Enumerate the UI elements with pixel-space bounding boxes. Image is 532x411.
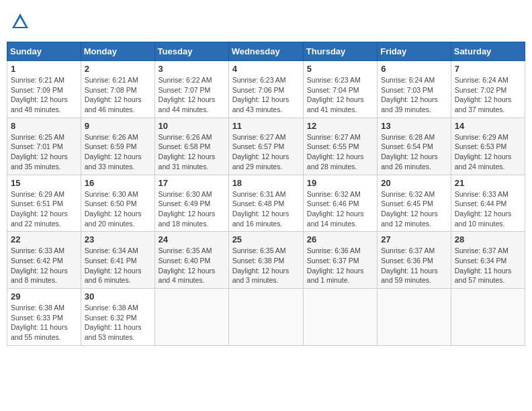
calendar-cell: 10Sunrise: 6:26 AMSunset: 6:58 PMDayligh…	[154, 118, 228, 175]
day-number: 12	[307, 121, 373, 131]
calendar-cell: 9Sunrise: 6:26 AMSunset: 6:59 PMDaylight…	[81, 118, 154, 175]
day-number: 5	[307, 64, 373, 74]
calendar-cell: 30Sunrise: 6:38 AMSunset: 6:32 PMDayligh…	[81, 289, 154, 346]
day-detail: Sunrise: 6:33 AMSunset: 6:42 PMDaylight:…	[11, 246, 77, 285]
calendar-cell: 1Sunrise: 6:21 AMSunset: 7:09 PMDaylight…	[7, 61, 81, 118]
day-detail: Sunrise: 6:23 AMSunset: 7:06 PMDaylight:…	[232, 75, 300, 115]
day-number: 16	[85, 178, 151, 188]
day-detail: Sunrise: 6:29 AMSunset: 6:51 PMDaylight:…	[11, 189, 77, 229]
day-number: 18	[232, 178, 300, 188]
day-detail: Sunrise: 6:34 AMSunset: 6:41 PMDaylight:…	[85, 246, 151, 285]
calendar-cell: 17Sunrise: 6:30 AMSunset: 6:49 PMDayligh…	[154, 175, 228, 232]
day-number: 25	[232, 234, 300, 244]
day-detail: Sunrise: 6:24 AMSunset: 7:02 PMDaylight:…	[455, 75, 521, 115]
day-number: 15	[11, 178, 77, 188]
weekday-row: SundayMondayTuesdayWednesdayThursdayFrid…	[7, 42, 525, 61]
calendar-cell	[154, 289, 228, 346]
logo-icon	[11, 12, 30, 31]
calendar-cell: 24Sunrise: 6:35 AMSunset: 6:40 PMDayligh…	[154, 232, 228, 289]
calendar-cell: 3Sunrise: 6:22 AMSunset: 7:07 PMDaylight…	[154, 61, 228, 118]
day-number: 19	[307, 178, 373, 188]
weekday-header: Saturday	[451, 42, 525, 61]
day-detail: Sunrise: 6:29 AMSunset: 6:53 PMDaylight:…	[455, 132, 521, 172]
day-number: 24	[159, 234, 225, 244]
day-number: 14	[455, 121, 521, 131]
weekday-header: Thursday	[303, 42, 377, 61]
day-number: 23	[85, 234, 151, 244]
day-detail: Sunrise: 6:35 AMSunset: 6:38 PMDaylight:…	[232, 246, 300, 285]
calendar-cell: 16Sunrise: 6:30 AMSunset: 6:50 PMDayligh…	[81, 175, 154, 232]
calendar-cell: 11Sunrise: 6:27 AMSunset: 6:57 PMDayligh…	[228, 118, 303, 175]
day-number: 26	[307, 234, 373, 244]
calendar-cell: 23Sunrise: 6:34 AMSunset: 6:41 PMDayligh…	[81, 232, 154, 289]
weekday-header: Tuesday	[154, 42, 228, 61]
calendar-cell: 18Sunrise: 6:31 AMSunset: 6:48 PMDayligh…	[228, 175, 303, 232]
day-number: 8	[11, 121, 77, 131]
calendar-cell: 14Sunrise: 6:29 AMSunset: 6:53 PMDayligh…	[451, 118, 525, 175]
day-detail: Sunrise: 6:35 AMSunset: 6:40 PMDaylight:…	[159, 246, 225, 285]
calendar-cell: 15Sunrise: 6:29 AMSunset: 6:51 PMDayligh…	[7, 175, 81, 232]
calendar-cell: 29Sunrise: 6:38 AMSunset: 6:33 PMDayligh…	[7, 289, 81, 346]
day-number: 10	[159, 121, 225, 131]
calendar-cell: 27Sunrise: 6:37 AMSunset: 6:36 PMDayligh…	[378, 232, 451, 289]
weekday-header: Sunday	[7, 42, 81, 61]
day-detail: Sunrise: 6:33 AMSunset: 6:44 PMDaylight:…	[455, 189, 521, 229]
day-number: 2	[85, 64, 151, 74]
calendar-cell: 26Sunrise: 6:36 AMSunset: 6:37 PMDayligh…	[303, 232, 377, 289]
calendar-cell: 2Sunrise: 6:21 AMSunset: 7:08 PMDaylight…	[81, 61, 154, 118]
day-detail: Sunrise: 6:32 AMSunset: 6:45 PMDaylight:…	[381, 189, 447, 229]
calendar-week-row: 22Sunrise: 6:33 AMSunset: 6:42 PMDayligh…	[7, 232, 525, 289]
day-detail: Sunrise: 6:30 AMSunset: 6:49 PMDaylight:…	[159, 189, 225, 229]
calendar-cell: 12Sunrise: 6:27 AMSunset: 6:55 PMDayligh…	[303, 118, 377, 175]
day-detail: Sunrise: 6:27 AMSunset: 6:57 PMDaylight:…	[232, 132, 300, 172]
day-detail: Sunrise: 6:30 AMSunset: 6:50 PMDaylight:…	[85, 189, 151, 229]
calendar-cell: 28Sunrise: 6:37 AMSunset: 6:34 PMDayligh…	[451, 232, 525, 289]
calendar-cell: 7Sunrise: 6:24 AMSunset: 7:02 PMDaylight…	[451, 61, 525, 118]
calendar-cell: 21Sunrise: 6:33 AMSunset: 6:44 PMDayligh…	[451, 175, 525, 232]
day-number: 6	[381, 64, 447, 74]
calendar-week-row: 15Sunrise: 6:29 AMSunset: 6:51 PMDayligh…	[7, 175, 525, 232]
day-number: 17	[159, 178, 225, 188]
day-number: 3	[159, 64, 225, 74]
calendar-cell: 13Sunrise: 6:28 AMSunset: 6:54 PMDayligh…	[378, 118, 451, 175]
calendar-cell: 19Sunrise: 6:32 AMSunset: 6:46 PMDayligh…	[303, 175, 377, 232]
day-number: 29	[11, 291, 77, 302]
day-detail: Sunrise: 6:21 AMSunset: 7:08 PMDaylight:…	[85, 75, 151, 115]
day-detail: Sunrise: 6:24 AMSunset: 7:03 PMDaylight:…	[381, 75, 447, 115]
day-detail: Sunrise: 6:37 AMSunset: 6:34 PMDaylight:…	[455, 246, 521, 285]
calendar-cell: 5Sunrise: 6:23 AMSunset: 7:04 PMDaylight…	[303, 61, 377, 118]
day-number: 21	[455, 178, 521, 188]
day-detail: Sunrise: 6:21 AMSunset: 7:09 PMDaylight:…	[11, 75, 77, 115]
calendar-header: SundayMondayTuesdayWednesdayThursdayFrid…	[7, 42, 525, 61]
day-number: 30	[85, 291, 151, 302]
calendar-week-row: 8Sunrise: 6:25 AMSunset: 7:01 PMDaylight…	[7, 118, 525, 175]
day-number: 22	[11, 234, 77, 244]
calendar-week-row: 1Sunrise: 6:21 AMSunset: 7:09 PMDaylight…	[7, 61, 525, 118]
calendar-week-row: 29Sunrise: 6:38 AMSunset: 6:33 PMDayligh…	[7, 289, 525, 346]
calendar-cell	[228, 289, 303, 346]
calendar-cell: 20Sunrise: 6:32 AMSunset: 6:45 PMDayligh…	[378, 175, 451, 232]
day-detail: Sunrise: 6:38 AMSunset: 6:32 PMDaylight:…	[85, 303, 151, 342]
day-detail: Sunrise: 6:26 AMSunset: 6:58 PMDaylight:…	[159, 132, 225, 172]
calendar-cell: 25Sunrise: 6:35 AMSunset: 6:38 PMDayligh…	[228, 232, 303, 289]
day-detail: Sunrise: 6:31 AMSunset: 6:48 PMDaylight:…	[232, 189, 300, 229]
calendar-cell: 6Sunrise: 6:24 AMSunset: 7:03 PMDaylight…	[378, 61, 451, 118]
day-number: 13	[381, 121, 447, 131]
day-detail: Sunrise: 6:25 AMSunset: 7:01 PMDaylight:…	[11, 132, 77, 172]
day-detail: Sunrise: 6:22 AMSunset: 7:07 PMDaylight:…	[159, 75, 225, 115]
header	[7, 7, 525, 36]
day-detail: Sunrise: 6:23 AMSunset: 7:04 PMDaylight:…	[307, 75, 373, 115]
weekday-header: Friday	[378, 42, 451, 61]
weekday-header: Wednesday	[228, 42, 303, 61]
day-detail: Sunrise: 6:32 AMSunset: 6:46 PMDaylight:…	[307, 189, 373, 229]
weekday-header: Monday	[81, 42, 154, 61]
day-detail: Sunrise: 6:27 AMSunset: 6:55 PMDaylight:…	[307, 132, 373, 172]
day-number: 28	[455, 234, 521, 244]
day-number: 20	[381, 178, 447, 188]
day-detail: Sunrise: 6:37 AMSunset: 6:36 PMDaylight:…	[381, 246, 447, 285]
calendar-cell: 8Sunrise: 6:25 AMSunset: 7:01 PMDaylight…	[7, 118, 81, 175]
day-number: 11	[232, 121, 300, 131]
day-detail: Sunrise: 6:28 AMSunset: 6:54 PMDaylight:…	[381, 132, 447, 172]
day-number: 9	[85, 121, 151, 131]
calendar-cell: 22Sunrise: 6:33 AMSunset: 6:42 PMDayligh…	[7, 232, 81, 289]
